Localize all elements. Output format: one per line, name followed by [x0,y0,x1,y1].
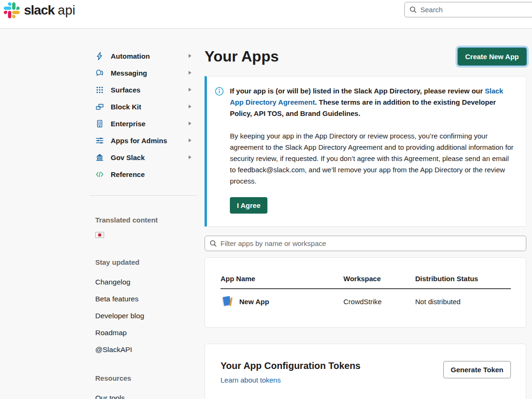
filter-apps-input[interactable] [220,239,521,247]
sidebar-item-surfaces[interactable]: Surfaces [89,81,197,98]
search-input[interactable] [420,6,532,14]
sliders-icon [95,136,104,145]
header-search[interactable] [404,2,532,17]
capitol-icon [95,153,104,162]
sidebar-link-roadmap[interactable]: Roadmap [95,320,197,337]
logo-brand-text: slack [24,3,54,18]
resources-heading: Resources [95,374,197,382]
sidebar-item-label: Enterprise [111,120,145,128]
sidebar-item-label: Automation [111,52,150,60]
learn-about-tokens-link[interactable]: Learn about tokens [220,376,281,384]
chevron-right-icon [189,138,191,142]
sidebar-item-apps-for-admins[interactable]: Apps for Admins [89,132,197,149]
chevron-right-icon [189,88,191,92]
resources-links: Our tools Get support Partner with us [89,385,197,399]
grid-dots-icon [95,85,104,94]
info-icon [215,87,224,214]
code-brackets-icon [95,170,104,179]
sidebar-item-label: Messaging [111,69,147,77]
config-tokens-card: Your App Configuration Tokens Learn abou… [205,344,526,399]
lightning-bolt-icon [95,52,104,61]
sidebar-link-slackapi[interactable]: @SlackAPI [95,337,197,354]
stay-updated-links: Changelog Beta features Developer blog R… [89,269,197,354]
speech-bubbles-icon [95,69,104,77]
sidebar-item-label: Apps for Admins [111,137,167,145]
sidebar-item-automation[interactable]: Automation [89,47,197,64]
search-icon [210,240,217,247]
sidebar-item-reference[interactable]: Reference [89,166,197,183]
filter-apps-box[interactable] [205,236,526,251]
app-directory-notice: If your app is (or will be) listed in th… [205,76,526,227]
sidebar-divider [89,195,197,196]
search-icon [410,6,417,13]
notice-text-before-link: If your app is (or will be) listed in th… [230,87,485,95]
page-content: Automation Messaging Surfaces Block Kit [0,29,532,399]
config-tokens-heading: Your App Configuration Tokens [220,360,361,372]
chevron-right-icon [189,71,191,75]
slack-api-logo[interactable]: slack api [4,2,75,18]
blue-book-app-icon [220,295,234,308]
sidebar-link-beta-features[interactable]: Beta features [95,286,197,303]
sidebar-item-label: Surfaces [111,86,140,94]
column-distribution-status: Distribution Status [415,275,511,283]
sidebar-link-our-tools[interactable]: Our tools [95,385,197,399]
top-header: slack api [0,0,532,29]
chevron-right-icon [189,105,191,108]
chevron-right-icon [189,122,191,125]
column-workspace: Workspace [343,275,415,283]
create-new-app-button[interactable]: Create New App [458,48,526,65]
apps-table-card: App Name Workspace Distribution Status [205,257,526,328]
slack-logo-icon [4,2,20,18]
sidebar-item-label: Reference [111,170,145,178]
sidebar-item-gov-slack[interactable]: Gov Slack [89,149,197,166]
generate-token-button[interactable]: Generate Token [443,361,511,378]
chevron-right-icon [189,54,191,58]
logo-suffix-text: api [58,3,75,18]
chevron-right-icon [189,155,191,159]
sidebar: Automation Messaging Surfaces Block Kit [89,47,197,399]
blocks-icon [95,102,104,111]
workspace-cell: CrowdStrike [343,298,415,306]
i-agree-button[interactable]: I Agree [230,197,267,214]
notice-paragraph-2: By keeping your app in the App Directory… [230,130,516,187]
sidebar-item-label: Block Kit [111,103,141,111]
apps-table-header: App Name Workspace Distribution Status [220,275,511,289]
translated-content-heading: Translated content [95,216,197,224]
sidebar-link-developer-blog[interactable]: Developer blog [95,303,197,320]
app-name-cell: New App [239,298,269,306]
sidebar-link-changelog[interactable]: Changelog [95,269,197,286]
table-row[interactable]: New App CrowdStrike Not distributed [220,289,511,308]
distribution-status-cell: Not distributed [415,298,511,306]
sidebar-item-label: Gov Slack [111,153,145,161]
sidebar-item-block-kit[interactable]: Block Kit [89,98,197,115]
japan-flag-icon[interactable] [95,232,104,238]
page-title: Your Apps [205,47,279,65]
notice-paragraph-1: If your app is (or will be) listed in th… [230,85,516,119]
main-content: Your Apps Create New App If your app is … [205,47,526,399]
stay-updated-heading: Stay updated [95,258,197,266]
building-icon [95,119,104,128]
column-app-name: App Name [220,275,343,283]
sidebar-item-enterprise[interactable]: Enterprise [89,115,197,132]
sidebar-item-messaging[interactable]: Messaging [89,64,197,81]
